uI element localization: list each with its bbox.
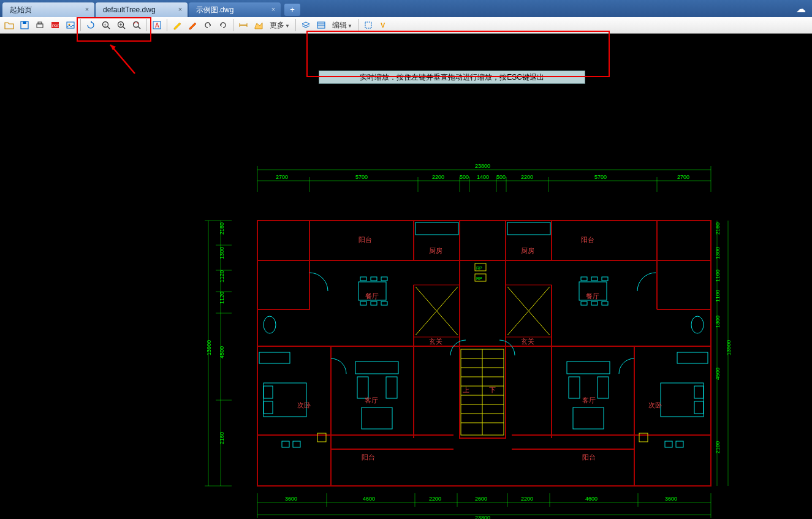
edit-dropdown[interactable]: 编辑▼ [330,20,355,31]
layers-icon[interactable] [299,18,313,32]
dim: 2700 [677,174,689,180]
text-tool-icon[interactable]: A [150,18,164,32]
highlighter-icon[interactable] [186,18,199,32]
dim: 1120 [219,270,225,282]
cloud-icon[interactable]: ☁ [796,3,806,15]
svg-rect-104 [381,301,387,305]
svg-rect-2 [37,24,43,28]
svg-rect-103 [371,301,377,305]
room-label: 玄关 [429,338,442,345]
dim: 500 [460,174,469,180]
image-export-icon[interactable] [64,18,77,32]
dim: 2700 [276,174,288,180]
room-label: 餐厅 [365,292,379,300]
svg-rect-124 [386,377,397,398]
room-label: 厨房 [429,247,442,254]
tab-bar: 起始页 × defaultTree.dwg × 示例图.dwg × + ☁ [0,0,812,17]
rotate-icon[interactable] [84,18,97,32]
svg-rect-116 [264,383,306,417]
dim: 2200 [432,174,444,180]
room-label: 阳台 [359,236,372,243]
zoom-extents-icon[interactable] [130,18,143,32]
rp-label: RP [476,266,482,270]
area-icon[interactable] [252,18,265,32]
separator [80,19,81,31]
edit-label: 编辑 [332,21,347,29]
zoom-realtime-icon[interactable]: ± [99,18,113,32]
svg-rect-129 [573,407,604,429]
dim: 5700 [594,174,607,180]
svg-rect-134 [665,441,672,447]
print-icon[interactable] [33,18,47,32]
svg-rect-107 [591,277,598,281]
dim: 4500 [219,346,225,358]
dim-top-total: 23800 [475,163,490,169]
dim: 1300 [715,247,721,259]
tab-defaulttree[interactable]: defaultTree.dwg × [96,2,188,17]
dim: 2200 [521,496,533,502]
svg-point-131 [691,316,704,333]
svg-rect-99 [360,277,366,281]
svg-rect-114 [259,352,290,363]
dim: 2200 [521,174,533,180]
tab-example[interactable]: 示例图.dwg × [189,2,281,17]
pdf-export-icon[interactable]: PDF [48,18,62,32]
stair-label: 下 [489,386,496,393]
svg-rect-115 [677,352,708,363]
dim: 3600 [285,496,297,502]
room-label: 餐厅 [586,292,599,300]
separator [233,19,233,31]
svg-line-9 [107,26,110,29]
undo-icon[interactable] [201,18,214,32]
svg-rect-127 [569,377,580,398]
svg-rect-102 [360,301,366,305]
tab-start[interactable]: 起始页 × [2,2,94,17]
dim: 1120 [219,292,225,304]
svg-rect-118 [264,401,273,414]
dim: 1300 [219,247,225,259]
svg-rect-120 [694,386,704,398]
svg-rect-100 [371,277,377,281]
select-icon[interactable] [362,18,375,32]
svg-rect-25 [365,22,371,28]
room-label: 次卧 [648,401,662,409]
svg-line-12 [123,26,125,29]
dim-right-total: 13900 [726,340,732,355]
svg-rect-123 [357,377,368,398]
tab-label: 起始页 [10,5,32,15]
svg-rect-111 [602,301,608,305]
toolbar: PDF ± A 更多▼ 编辑▼ V [0,17,812,34]
svg-rect-133 [293,441,300,447]
zoom-window-icon[interactable] [115,18,128,32]
svg-rect-125 [362,407,392,429]
svg-rect-108 [602,277,608,281]
properties-icon[interactable] [314,18,328,32]
room-label: 玄关 [521,338,534,345]
dim-left-total: 13900 [206,340,212,355]
room-label: 客厅 [365,396,378,404]
save-icon[interactable] [18,18,31,32]
drawing-canvas[interactable]: 实时缩放：按住左键并垂直拖动进行缩放，按ESC键退出 23800 2700 57… [0,34,812,519]
dim: 2160 [219,222,225,235]
tab-label: 示例图.dwg [196,5,233,15]
room-label: 阳台 [581,236,594,243]
close-icon[interactable]: × [83,6,91,13]
measure-icon[interactable] [237,18,250,32]
svg-rect-110 [591,301,598,305]
svg-rect-101 [381,277,387,281]
room-label: 厨房 [521,247,534,254]
open-icon[interactable] [2,18,16,32]
add-tab-button[interactable]: + [284,4,300,16]
more-dropdown[interactable]: 更多▼ [267,20,292,31]
svg-rect-117 [264,386,273,398]
dim: 4500 [715,368,721,380]
separator [358,19,359,31]
svg-text:±: ± [104,23,107,27]
pencil-icon[interactable] [170,18,184,32]
close-icon[interactable]: × [270,6,277,13]
dim: 1300 [715,316,721,328]
vip-icon[interactable]: V [377,18,390,32]
svg-rect-3 [38,22,42,24]
redo-icon[interactable] [216,18,230,32]
close-icon[interactable]: × [176,6,184,13]
